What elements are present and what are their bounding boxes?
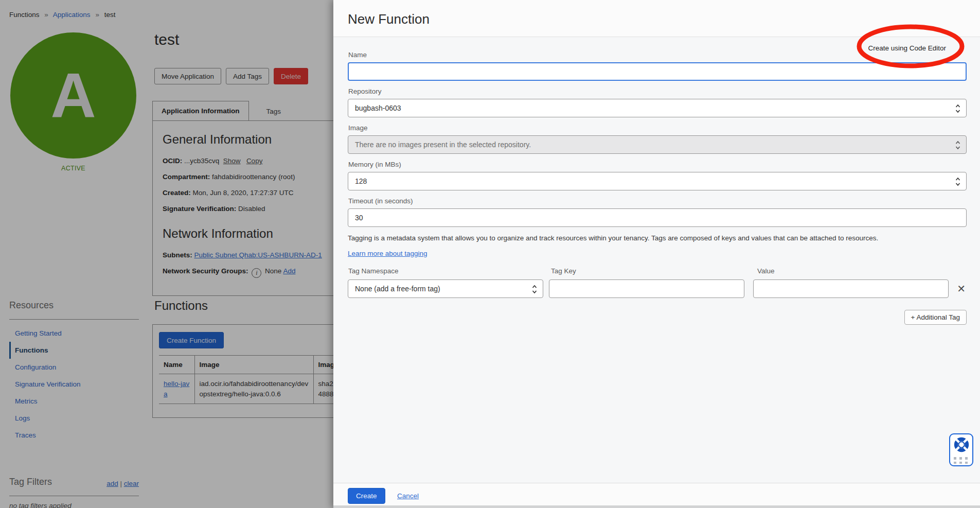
tag-key-label: Tag Key [551, 267, 757, 275]
tag-namespace-label: Tag Namespace [348, 267, 550, 275]
image-label: Image [348, 124, 967, 132]
image-select: There are no images present in the selec… [348, 135, 967, 154]
timeout-value: 30 [355, 214, 363, 222]
tag-namespace-value: None (add a free-form tag) [355, 285, 440, 293]
memory-select[interactable]: 128 [348, 172, 967, 190]
memory-value: 128 [355, 177, 367, 185]
name-input[interactable] [348, 62, 967, 81]
drag-handle-dots-icon[interactable] [954, 457, 969, 464]
name-label: Name [348, 51, 967, 59]
image-value: There are no images present in the selec… [355, 141, 531, 149]
create-button[interactable]: Create [348, 488, 385, 504]
tagging-description: Tagging is a metadata system that allows… [348, 234, 967, 243]
panel-body: Create using Code Editor Name Repository… [333, 38, 980, 483]
additional-tag-button[interactable]: + Additional Tag [904, 310, 967, 325]
timeout-input[interactable]: 30 [348, 208, 967, 227]
chevron-up-down-icon [532, 284, 537, 294]
repository-label: Repository [348, 87, 967, 95]
memory-label: Memory (in MBs) [348, 161, 967, 168]
tag-namespace-select[interactable]: None (add a free-form tag) [348, 279, 543, 298]
repository-value: bugbash-0603 [355, 104, 401, 112]
create-using-code-editor-link[interactable]: Create using Code Editor [868, 44, 946, 52]
tag-inputs-row: None (add a free-form tag) ✕ [348, 279, 967, 298]
new-function-panel: New Function Create using Code Editor Na… [333, 0, 980, 508]
help-widget[interactable] [949, 433, 973, 466]
timeout-label: Timeout (in seconds) [348, 197, 967, 205]
tag-key-input[interactable] [549, 279, 744, 298]
viewport: Functions » Applications » test A ACTIVE… [0, 0, 980, 508]
tag-labels-row: Tag Namespace Tag Key Value [348, 267, 967, 279]
chevron-up-down-icon [955, 103, 960, 114]
tag-value-label: Value [757, 267, 953, 275]
chevron-up-down-icon [955, 140, 960, 150]
learn-more-tagging-link[interactable]: Learn more about tagging [348, 250, 427, 257]
panel-title: New Function [348, 11, 980, 27]
life-ring-help-icon [953, 436, 970, 453]
cancel-link[interactable]: Cancel [397, 492, 419, 500]
chevron-up-down-icon [955, 177, 960, 187]
panel-bottom-strip [333, 505, 980, 508]
panel-footer: Create Cancel [333, 483, 980, 508]
repository-select[interactable]: bugbash-0603 [348, 99, 967, 117]
panel-header: New Function [333, 0, 980, 37]
tag-value-input[interactable] [753, 279, 949, 298]
remove-tag-icon[interactable]: ✕ [956, 283, 967, 295]
